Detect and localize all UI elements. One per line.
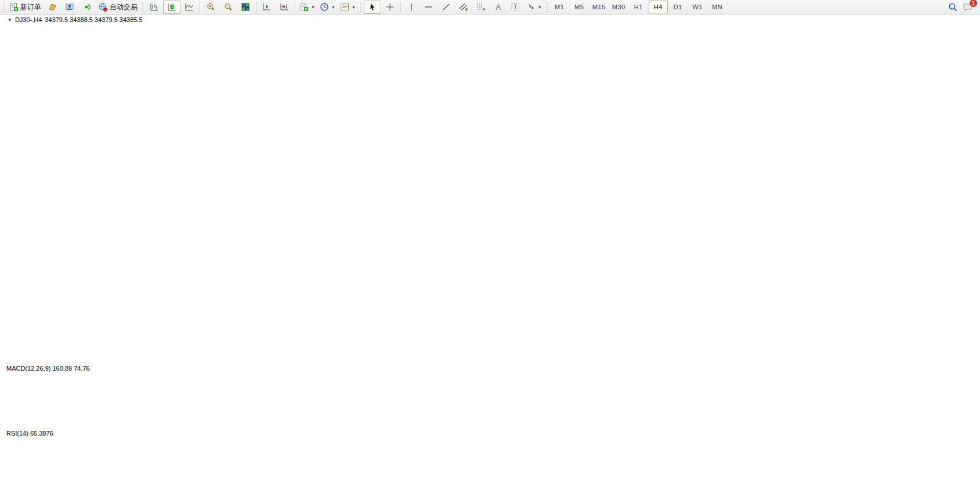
rsi-indicator-label: RSI(14) 65.3876: [6, 430, 53, 437]
fibonacci-icon: F: [476, 2, 486, 12]
horizontal-line-icon: [424, 2, 433, 12]
svg-text:T: T: [514, 4, 518, 10]
auto-scroll-icon: [262, 2, 272, 12]
autotrading-icon: [98, 2, 108, 12]
bar-chart-button[interactable]: [146, 1, 163, 14]
timeframe-M30[interactable]: M30: [609, 1, 628, 13]
toolbar-separator: [400, 2, 401, 12]
channel-icon: E: [458, 2, 468, 12]
sound-icon: [82, 2, 92, 12]
timeframe-MN[interactable]: MN: [708, 1, 727, 13]
arrows-button[interactable]: ▼: [525, 1, 544, 14]
toolbar-grip: [142, 2, 144, 12]
horizontal-line-button[interactable]: [420, 1, 437, 14]
sound-button[interactable]: [78, 1, 96, 14]
chart-shift-button[interactable]: [276, 1, 293, 14]
new-order-button[interactable]: 新订单: [7, 1, 44, 14]
zoom-in-icon: [206, 2, 215, 12]
yellow-book-icon: [48, 2, 57, 12]
line-chart-button[interactable]: [180, 1, 198, 14]
line-chart-icon: [185, 2, 194, 12]
timeframe-toolbar: M1M5M15M30H1H4D1W1MN: [550, 1, 727, 13]
autotrading-label: 自动交易: [110, 2, 138, 12]
toolbar-right-group: 1: [948, 2, 979, 12]
toolbar-grip: [546, 2, 548, 12]
timeframe-M5[interactable]: M5: [570, 1, 589, 13]
toolbar-grip: [360, 2, 362, 12]
template-icon: [340, 2, 349, 12]
toolbar-grip: [3, 2, 5, 12]
search-icon[interactable]: [948, 2, 958, 12]
templates-button[interactable]: ▼: [338, 1, 358, 14]
timeframe-W1[interactable]: W1: [688, 1, 707, 13]
new-order-label: 新订单: [20, 2, 41, 12]
zoom-out-icon: [223, 2, 233, 12]
toolbar-separator: [295, 2, 295, 12]
chevron-down-icon: ▼: [538, 5, 542, 9]
clock-icon: [320, 2, 329, 12]
fibonacci-button[interactable]: F: [472, 1, 490, 14]
tile-windows-icon: [241, 2, 250, 12]
auto-scroll-button[interactable]: [258, 1, 276, 14]
arrows-icon: [527, 2, 536, 12]
profile-button[interactable]: [44, 1, 61, 14]
timeframe-H4[interactable]: H4: [649, 1, 668, 13]
chart-symbol-period: DJ30-,H4: [15, 16, 42, 23]
toolbar-separator: [200, 2, 200, 12]
candlestick-chart-icon: [167, 2, 176, 12]
text-button[interactable]: A: [490, 1, 507, 14]
autotrading-button[interactable]: 自动交易: [96, 1, 140, 14]
text-label-button[interactable]: T: [507, 1, 525, 14]
new-order-icon: [9, 2, 19, 12]
chart-area[interactable]: 35200.035092.034987.034879.034774.034669…: [0, 0, 980, 500]
timeframe-M15[interactable]: M15: [590, 1, 609, 13]
indicators-button[interactable]: ▼: [297, 1, 317, 14]
crosshair-button[interactable]: [381, 1, 399, 14]
candlestick-chart-button[interactable]: [163, 1, 180, 14]
crosshair-icon: [385, 2, 395, 12]
cursor-button[interactable]: [364, 1, 381, 14]
add-indicator-icon: [299, 2, 309, 12]
chart-shift-icon: [280, 2, 289, 12]
notifications-button[interactable]: 1: [963, 2, 973, 12]
main-toolbar: 新订单 自动交易: [0, 0, 980, 15]
market-watch-button[interactable]: [61, 1, 78, 14]
text-a-icon: A: [496, 3, 501, 11]
timeframe-M1[interactable]: M1: [550, 1, 569, 13]
bar-chart-icon: [150, 2, 159, 12]
tile-windows-button[interactable]: [237, 1, 254, 14]
cursor-icon: [368, 2, 377, 12]
text-label-icon: T: [511, 2, 520, 12]
chevron-down-icon: ▼: [311, 5, 315, 9]
chart-title-bar: ▼ DJ30-,H4 34379.5 34388.5 34379.5 34385…: [8, 16, 143, 23]
timeframe-D1[interactable]: D1: [668, 1, 688, 13]
svg-text:F: F: [483, 8, 485, 12]
zoom-out-button[interactable]: [219, 1, 237, 14]
trendline-icon: [442, 2, 451, 12]
macd-indicator-label: MACD(12,26,9) 160.89 74.76: [6, 365, 90, 372]
chevron-down-icon: ▼: [331, 5, 335, 9]
vertical-line-icon: [407, 2, 415, 12]
notification-badge: 1: [970, 0, 977, 7]
periods-button[interactable]: ▼: [317, 1, 338, 14]
toolbar-separator: [256, 2, 256, 12]
vertical-line-button[interactable]: [403, 1, 420, 14]
trendline-button[interactable]: [437, 1, 455, 14]
ohlc-collapse-arrow-icon[interactable]: ▼: [8, 17, 12, 23]
chevron-down-icon: ▼: [352, 5, 356, 9]
chart-ohlc-values: 34379.5 34388.5 34379.5 34385.5: [45, 16, 142, 23]
zoom-in-button[interactable]: [202, 1, 219, 14]
svg-text:E: E: [465, 8, 468, 12]
equidistant-channel-button[interactable]: E: [455, 1, 472, 14]
person-chart-icon: [65, 2, 74, 12]
timeframe-H1[interactable]: H1: [629, 1, 648, 13]
